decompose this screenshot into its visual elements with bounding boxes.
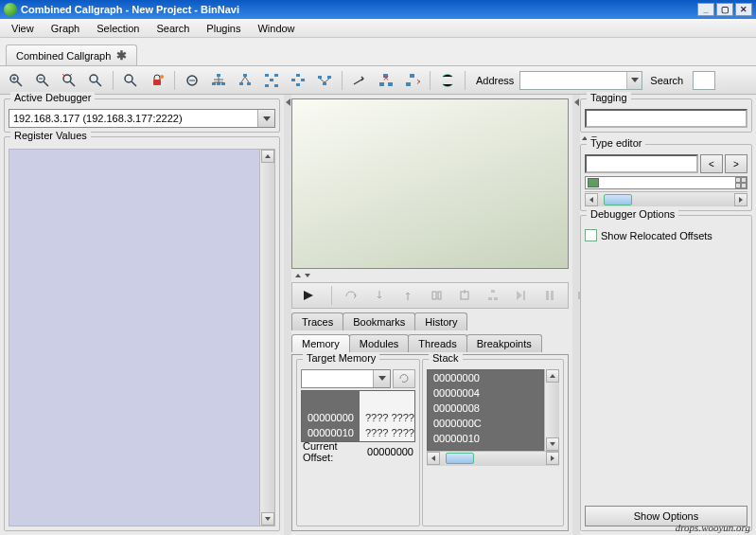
doc-tab-close-icon[interactable]: ✱ — [116, 48, 127, 62]
svg-text:×: × — [383, 73, 389, 83]
search-zoom-button[interactable] — [118, 69, 143, 92]
zoom-100-button[interactable] — [83, 69, 108, 92]
chevron-down-icon[interactable] — [257, 110, 274, 127]
svg-point-16 — [160, 75, 164, 79]
svg-rect-64 — [551, 291, 554, 300]
active-debugger-label: Active Debugger — [10, 92, 95, 103]
menu-plugins[interactable]: Plugins — [199, 21, 248, 36]
svg-rect-36 — [270, 79, 273, 81]
tab-modules[interactable]: Modules — [349, 334, 410, 352]
menu-selection[interactable]: Selection — [89, 21, 147, 36]
layout-tree-button[interactable] — [233, 69, 257, 92]
watch-button[interactable] — [452, 284, 477, 307]
tab-traces[interactable]: Traces — [291, 312, 343, 330]
type-hscroll[interactable] — [585, 191, 747, 206]
step-out-button[interactable] — [396, 284, 420, 307]
toolbar: × × Address Search — [0, 66, 756, 95]
zoom-fit-button[interactable] — [57, 69, 81, 92]
search-input[interactable] — [693, 71, 715, 90]
layout-orthogonal-button[interactable] — [259, 69, 284, 92]
circle-minus-button[interactable] — [180, 69, 204, 92]
register-values-label: Register Values — [10, 130, 91, 141]
refresh-button[interactable] — [435, 69, 460, 92]
zoom-in-button[interactable] — [4, 69, 28, 92]
layout-circular-button[interactable] — [286, 69, 310, 92]
svg-rect-42 — [327, 76, 331, 79]
pause-button[interactable] — [537, 284, 562, 307]
continue-button[interactable] — [509, 284, 534, 307]
svg-rect-43 — [323, 82, 326, 85]
tab-memory[interactable]: Memory — [291, 334, 350, 352]
remove-block-button[interactable]: × — [400, 69, 425, 92]
debugger-options-group: Debugger Options Show Relocated Offsets … — [580, 215, 752, 531]
type-next-button[interactable]: > — [725, 154, 747, 173]
memory-range-combo[interactable] — [301, 369, 391, 388]
svg-rect-60 — [488, 297, 492, 300]
menu-graph[interactable]: Graph — [44, 21, 88, 36]
lock-button[interactable] — [145, 69, 169, 92]
doc-tab-combined-callgraph[interactable]: Combined Callgraph ✱ — [6, 45, 137, 65]
svg-line-31 — [245, 77, 249, 82]
svg-rect-56 — [438, 292, 441, 299]
tabs-row-1: Traces Bookmarks History — [291, 312, 569, 330]
register-scrollbar[interactable] — [259, 150, 274, 526]
debug-toolbar — [291, 282, 569, 309]
color-updown[interactable] — [735, 177, 747, 188]
tagging-input[interactable] — [585, 109, 747, 128]
show-relocated-checkbox[interactable] — [585, 229, 597, 241]
register-canvas — [9, 150, 259, 526]
svg-rect-34 — [265, 84, 269, 87]
target-memory-label: Target Memory — [303, 352, 379, 364]
menu-window[interactable]: Window — [250, 21, 302, 36]
tab-history[interactable]: History — [414, 312, 467, 330]
graph-sync-button[interactable] — [481, 284, 505, 307]
type-prev-button[interactable]: < — [700, 154, 723, 173]
step-into-button[interactable] — [367, 284, 392, 307]
svg-rect-41 — [318, 76, 322, 79]
memory-refresh-button[interactable] — [393, 369, 415, 388]
tab-breakpoints[interactable]: Breakpoints — [466, 334, 542, 352]
svg-rect-33 — [274, 74, 278, 77]
menu-view[interactable]: View — [4, 21, 42, 36]
svg-line-8 — [70, 81, 75, 86]
memory-panel: Target Memory 00000000 00000010 ???? ???… — [291, 354, 569, 532]
maximize-button[interactable]: ▢ — [716, 3, 733, 16]
address-combo[interactable] — [519, 71, 642, 90]
menu-search[interactable]: Search — [149, 21, 198, 36]
right-pane: Tagging Type editor < > Debugger — [580, 95, 756, 535]
splitter-right[interactable] — [572, 95, 580, 535]
select-arrow-button[interactable] — [347, 69, 372, 92]
active-debugger-group: Active Debugger 192.168.3.177 (192.168.3… — [4, 98, 280, 133]
type-input[interactable] — [585, 154, 698, 173]
tab-bookmarks[interactable]: Bookmarks — [343, 312, 415, 330]
stack-hscroll[interactable] — [427, 451, 559, 466]
app-icon — [4, 3, 17, 16]
layout-organic-button[interactable] — [312, 69, 337, 92]
insert-block-button[interactable]: × — [374, 69, 398, 92]
svg-line-1 — [17, 81, 22, 86]
debugger-options-label: Debugger Options — [587, 208, 678, 220]
stack-view[interactable]: 00000000 00000004 00000008 0000000C 0000… — [427, 369, 544, 451]
close-button[interactable]: ✕ — [735, 3, 752, 16]
window-title: Combined Callgraph - New Project - BinNa… — [21, 4, 239, 15]
svg-point-13 — [125, 75, 132, 82]
type-editor-label: Type editor — [587, 137, 645, 149]
toggle-bp-button[interactable] — [424, 284, 448, 307]
minimize-button[interactable]: _ — [697, 3, 714, 16]
svg-rect-50 — [410, 74, 414, 78]
svg-rect-40 — [296, 83, 300, 86]
step-over-button[interactable] — [339, 284, 363, 307]
run-button[interactable] — [296, 284, 321, 307]
graph-splitter[interactable] — [291, 271, 569, 280]
memory-hex-view[interactable]: 00000000 00000010 ???? ???? ???? ???? — [301, 390, 415, 442]
graph-canvas[interactable] — [291, 98, 569, 269]
color-picker[interactable] — [585, 176, 747, 189]
tab-threads[interactable]: Threads — [408, 334, 466, 352]
splitter-left[interactable] — [284, 95, 291, 535]
stack-scrollbar[interactable] — [544, 369, 559, 451]
svg-line-45 — [325, 79, 329, 82]
zoom-out-button[interactable] — [30, 69, 55, 92]
svg-rect-59 — [491, 290, 495, 293]
debugger-combo[interactable]: 192.168.3.177 (192.168.3.177:2222) — [9, 109, 275, 128]
layout-hierarchical-button[interactable] — [206, 69, 231, 92]
